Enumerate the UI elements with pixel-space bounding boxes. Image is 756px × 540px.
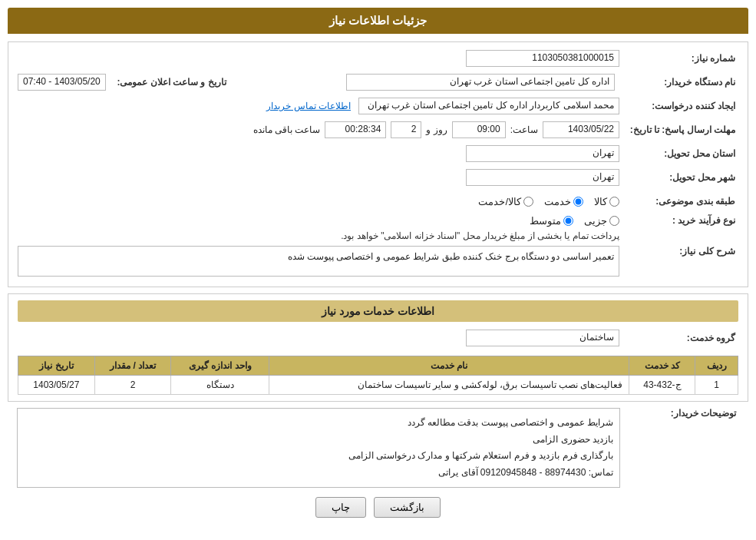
purchase-type-jozyi-label: جزیی — [584, 215, 607, 227]
requester-label: ایجاد کننده درخواست: — [619, 101, 738, 111]
public-announce-label: تاریخ و ساعت اعلان عمومی: — [111, 77, 229, 88]
category-khedmat-radio[interactable] — [573, 197, 583, 207]
category-kala-radio[interactable] — [609, 197, 619, 207]
purchase-type-motavasset-radio[interactable] — [563, 216, 573, 226]
category-label: طبقه بندی موضوعی: — [619, 196, 738, 207]
contact-link[interactable]: اطلاعات تماس خریدار — [266, 101, 351, 111]
back-button[interactable]: بازگشت — [374, 497, 441, 518]
col-service-code: کد خدمت — [629, 356, 695, 376]
reply-time-value: 09:00 — [452, 121, 506, 138]
buyer-desc-line-2: بازدید حضوری الزامی — [24, 432, 613, 449]
public-announce-value: 1403/05/20 - 07:40 — [18, 74, 106, 91]
delivery-city-label: شهر محل تحویل: — [619, 172, 738, 183]
reply-date-value: 1403/05/22 — [543, 121, 619, 138]
cell-service-code: ج-432-43 — [629, 376, 695, 395]
reply-days-label: روز و — [426, 124, 447, 135]
reply-remaining-label: ساعت باقی مانده — [253, 124, 321, 135]
delivery-province-label: استان محل تحویل: — [619, 148, 738, 159]
cell-need-date: 1403/05/27 — [18, 376, 95, 395]
delivery-city-value: تهران — [466, 169, 619, 186]
reply-time-label: ساعت: — [510, 124, 538, 135]
cell-rownum: 1 — [695, 376, 738, 395]
cell-service-name: فعالیت‌های نصب تاسیسات برق، لوله‌کشی و س… — [269, 376, 629, 395]
services-section-title: اطلاعات خدمات مورد نیاز — [18, 300, 738, 322]
category-khedmat[interactable]: خدمت — [544, 196, 583, 207]
category-kala-khedmat[interactable]: کالا/خدمت — [478, 196, 533, 207]
purchase-type-desc: پرداخت تمام یا بخشی از مبلغ خریدار محل "… — [341, 230, 619, 241]
col-date: تاریخ نیاز — [18, 356, 95, 376]
delivery-province-value: تهران — [466, 145, 619, 162]
category-kala[interactable]: کالا — [594, 196, 619, 207]
category-kala-khedmat-radio[interactable] — [523, 197, 533, 207]
need-desc-value: تعمیر اساسی دو دستگاه برج خنک کننده طبق … — [18, 246, 619, 277]
purchase-type-jozyi[interactable]: جزیی — [584, 215, 619, 227]
requester-value: محمد اسلامی کاربردار اداره کل تامین اجتم… — [358, 98, 619, 114]
need-number-value: 1103050381000015 — [466, 50, 619, 67]
cell-unit: دستگاه — [171, 376, 269, 395]
buyer-desc-line-1: شرایط عمومی و اختصاصی پیوست بدقت مطالعه … — [24, 415, 613, 432]
buyer-desc-line-4: تماس: 88974430 - 09120945848 آقای یراتی — [24, 465, 613, 482]
purchase-type-motavasset-label: متوسط — [530, 215, 561, 227]
reply-remaining-value: 00:28:34 — [325, 121, 386, 138]
category-khedmat-label: خدمت — [544, 196, 571, 207]
reply-days-value: 2 — [391, 121, 421, 138]
print-button[interactable]: چاپ — [315, 497, 366, 518]
col-rownum: ردیف — [695, 356, 738, 376]
purchase-type-label: نوع فرآیند خرید : — [619, 215, 738, 226]
buyer-desc-line-3: بارگذاری فرم بازدید و فرم استعلام شرکتها… — [24, 448, 613, 465]
reply-deadline-label: مهلت ارسال پاسخ: تا تاریخ: — [619, 124, 738, 135]
col-service-name: نام خدمت — [269, 356, 629, 376]
col-quantity: تعداد / مقدار — [94, 356, 171, 376]
need-desc-label: شرح کلی نیاز: — [619, 246, 738, 257]
services-table: ردیف کد خدمت نام خدمت واحد اندازه گیری ت… — [18, 356, 738, 395]
service-group-value: ساختمان — [466, 330, 619, 346]
bottom-buttons: بازگشت چاپ — [8, 497, 748, 518]
buyer-org-value: اداره کل تامین اجتماعی استان غرب تهران — [346, 74, 615, 91]
service-group-label: گروه خدمت: — [619, 333, 738, 343]
category-kala-label: کالا — [594, 196, 607, 207]
buyer-desc-box: شرایط عمومی و اختصاصی پیوست بدقت مطالعه … — [17, 408, 620, 488]
col-unit: واحد اندازه گیری — [171, 356, 269, 376]
table-row: 1 ج-432-43 فعالیت‌های نصب تاسیسات برق، ل… — [18, 376, 738, 395]
need-number-label: شماره نیاز: — [619, 53, 738, 64]
buyer-org-label: نام دستگاه خریدار: — [619, 77, 738, 88]
page-header: جزئیات اطلاعات نیاز — [8, 8, 748, 34]
cell-quantity: 2 — [94, 376, 171, 395]
category-kala-khedmat-label: کالا/خدمت — [478, 196, 521, 207]
buyer-desc-label: توضیحات خریدار: — [620, 408, 739, 419]
purchase-type-jozyi-radio[interactable] — [609, 216, 619, 226]
purchase-type-motavasset[interactable]: متوسط — [530, 215, 573, 227]
